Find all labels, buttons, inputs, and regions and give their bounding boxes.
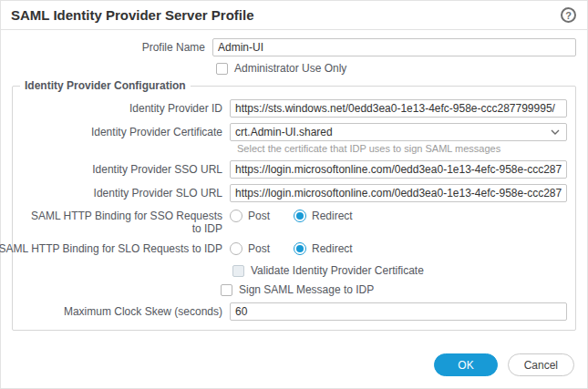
slo-binding-redirect-label[interactable]: Redirect [312, 242, 353, 255]
slo-binding-post-option[interactable]: Post [230, 242, 270, 255]
idp-sso-url-label: Identity Provider SSO URL [21, 163, 230, 176]
admin-use-only-row: Administrator Use Only [216, 62, 576, 75]
admin-use-only-label[interactable]: Administrator Use Only [234, 62, 346, 75]
idp-certificate-value: crt.Admin-UI.shared [235, 126, 333, 138]
slo-binding-row: SAML HTTP Binding for SLO Requests to ID… [21, 242, 567, 255]
cancel-button[interactable]: Cancel [508, 353, 574, 376]
sso-binding-redirect-radio[interactable] [294, 210, 306, 222]
sso-binding-post-label[interactable]: Post [248, 210, 270, 222]
help-icon[interactable]: ? [561, 7, 576, 23]
sso-binding-redirect-label[interactable]: Redirect [312, 210, 353, 222]
clock-skew-row: Maximum Clock Skew (seconds) [21, 302, 567, 321]
profile-name-input[interactable] [212, 38, 576, 56]
clock-skew-input[interactable] [230, 302, 567, 321]
validate-idp-cert-label[interactable]: Validate Identity Provider Certificate [251, 264, 424, 277]
clock-skew-label: Maximum Clock Skew (seconds) [21, 305, 230, 318]
slo-binding-post-radio[interactable] [230, 242, 242, 255]
dialog-body: Profile Name Administrator Use Only Iden… [1, 30, 587, 331]
sso-binding-post-option[interactable]: Post [230, 210, 270, 222]
chevron-down-icon [551, 129, 560, 135]
sign-saml-message-row: Sign SAML Message to IDP [221, 283, 567, 296]
sso-binding-row: SAML HTTP Binding for SSO Requests to ID… [21, 210, 567, 235]
admin-use-only-checkbox[interactable] [216, 63, 228, 75]
idp-slo-url-input[interactable] [230, 184, 567, 202]
idp-id-row: Identity Provider ID [21, 99, 567, 118]
validate-idp-cert-checkbox[interactable] [232, 265, 244, 277]
idp-certificate-select[interactable]: crt.Admin-UI.shared [230, 123, 567, 141]
profile-name-row: Profile Name [12, 38, 576, 56]
slo-binding-label: SAML HTTP Binding for SLO Requests to ID… [21, 242, 230, 255]
idp-slo-url-row: Identity Provider SLO URL [21, 184, 567, 202]
idp-sso-url-input[interactable] [230, 160, 567, 179]
idp-id-label: Identity Provider ID [21, 102, 230, 115]
slo-binding-options: Post Redirect [230, 242, 353, 255]
saml-idp-profile-dialog: SAML Identity Provider Server Profile ? … [0, 0, 588, 389]
ok-button[interactable]: OK [434, 353, 497, 376]
sso-binding-label: SAML HTTP Binding for SSO Requests to ID… [21, 210, 230, 235]
dialog-footer: OK Cancel [1, 353, 587, 388]
idp-id-input[interactable] [230, 99, 567, 118]
idp-certificate-row: Identity Provider Certificate crt.Admin-… [21, 123, 567, 141]
validate-idp-cert-row: Validate Identity Provider Certificate [232, 264, 567, 277]
idp-certificate-label: Identity Provider Certificate [21, 126, 230, 138]
idp-configuration-legend: Identity Provider Configuration [20, 79, 191, 92]
idp-configuration-group: Identity Provider Configuration Identity… [12, 86, 576, 331]
sso-binding-post-radio[interactable] [230, 210, 242, 222]
idp-sso-url-row: Identity Provider SSO URL [21, 160, 567, 179]
dialog-header: SAML Identity Provider Server Profile ? [1, 1, 587, 30]
profile-name-label: Profile Name [12, 41, 212, 54]
idp-slo-url-label: Identity Provider SLO URL [21, 187, 230, 200]
sign-saml-message-label[interactable]: Sign SAML Message to IDP [239, 283, 374, 296]
dialog-title: SAML Identity Provider Server Profile [11, 7, 253, 23]
sso-binding-redirect-option[interactable]: Redirect [294, 210, 353, 222]
slo-binding-redirect-option[interactable]: Redirect [294, 242, 353, 255]
sign-saml-message-checkbox[interactable] [221, 284, 232, 296]
sso-binding-options: Post Redirect [230, 210, 353, 222]
idp-certificate-helper-text: Select the certificate that IDP uses to … [237, 143, 567, 155]
slo-binding-post-label[interactable]: Post [248, 242, 270, 255]
slo-binding-redirect-radio[interactable] [294, 242, 306, 255]
